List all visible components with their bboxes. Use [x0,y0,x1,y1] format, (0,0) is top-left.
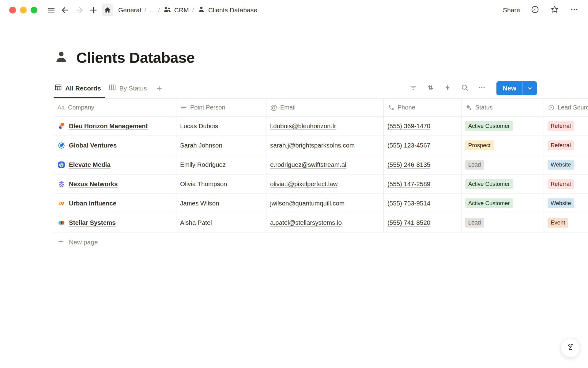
cell-point-person[interactable]: Aisha Patel [176,213,266,232]
cell-email[interactable]: e.rodriguez@swiftstream.ai [266,155,384,174]
search-button[interactable] [460,83,470,94]
cell-email[interactable]: a.patel@stellarsystems.io [266,213,384,232]
column-label: Phone [398,104,415,111]
column-header-point-person[interactable]: Point Person [176,99,266,116]
sidebar-menu-button[interactable] [45,4,57,16]
cell-point-person[interactable]: Sarah Johnson [176,136,266,155]
table-row[interactable]: Elevate Media Emily Rodriguez e.rodrigue… [54,155,588,174]
breadcrumb-item-general[interactable]: General [118,6,141,14]
cell-status[interactable]: Lead [462,213,544,232]
table-row[interactable]: Nexus Networks Olivia Thompson olivia.t@… [54,174,588,194]
status-badge: Prospect [465,140,494,150]
cell-email[interactable]: l.dubois@bleuhorizon.fr [266,117,384,136]
table-view-icon [54,83,62,93]
email-value: a.patel@stellarsystems.io [270,219,342,226]
new-page-row[interactable]: New page [54,232,588,252]
cell-point-person[interactable]: Emily Rodriguez [176,155,266,174]
point-person-value: James Wilson [180,200,219,207]
cell-status[interactable]: Lead [462,155,544,174]
cell-company[interactable]: Global Ventures [54,136,176,155]
table-row[interactable]: Bleu Horizon Management Lucas Dubois l.d… [54,117,588,136]
tab-by-status[interactable]: By Status [108,81,151,98]
new-record-dropdown-button[interactable] [522,81,537,95]
cell-status[interactable]: Active Customer [462,194,544,213]
sort-icon [426,83,435,93]
column-label: Email [280,104,296,111]
cell-email[interactable]: jwilson@quantumquill.com [266,194,384,213]
nav-forward-button[interactable] [74,4,85,16]
cell-company[interactable]: Bleu Horizon Management [54,117,176,136]
cell-point-person[interactable]: Olivia Thompson [176,174,266,194]
breadcrumb-item-crm[interactable]: CRM [163,5,189,15]
cell-lead-source[interactable]: Website [544,155,588,174]
cell-lead-source[interactable]: Event [544,213,588,232]
cell-status[interactable]: Active Customer [462,117,544,136]
zoom-button[interactable] [31,7,37,13]
minimize-button[interactable] [20,7,27,13]
page-title[interactable]: Clients Database [76,49,195,66]
cell-lead-source[interactable]: Website [544,194,588,213]
cell-phone[interactable]: (555) 741-8520 [384,213,462,232]
nav-back-button[interactable] [59,4,71,16]
table-row[interactable]: Stellar Systems Aisha Patel a.patel@stel… [54,213,588,232]
column-header-status[interactable]: Status [462,99,544,116]
cell-lead-source[interactable]: Referral [544,117,588,136]
cell-lead-source[interactable]: Referral [544,174,588,194]
cell-lead-source[interactable]: Referral [544,136,588,155]
point-person-value: Olivia Thompson [180,180,227,188]
select-property-icon [548,104,555,111]
new-page-label: New page [69,239,98,246]
board-view-icon [108,83,116,93]
column-header-phone[interactable]: Status Phone [384,99,462,116]
cell-point-person[interactable]: James Wilson [176,194,266,213]
cell-email[interactable]: olivia.t@pixelperfect.law [266,174,384,194]
text-property-icon [180,104,187,111]
column-header-lead-source[interactable]: Lead Source [544,99,588,116]
new-record-button[interactable]: New [496,81,522,95]
favorite-star-button[interactable] [550,5,559,15]
history-clock-button[interactable] [530,5,540,15]
column-label: Point Person [190,104,225,111]
notion-ai-face-button[interactable] [560,338,580,358]
cell-point-person[interactable]: Lucas Dubois [176,117,266,136]
cell-company[interactable]: Urban Influence [54,194,176,213]
column-header-email[interactable]: @ Email [266,99,384,116]
cell-phone[interactable]: (555) 753-9514 [384,194,462,213]
plus-icon [89,6,98,15]
share-button[interactable]: Share [503,6,520,14]
cell-phone[interactable]: (555) 147-2589 [384,174,462,194]
status-badge: Active Customer [465,121,513,131]
cell-status[interactable]: Active Customer [462,174,544,194]
cell-company[interactable]: Nexus Networks [54,174,176,194]
point-person-value: Lucas Dubois [180,122,218,130]
company-name: Elevate Media [69,161,111,168]
new-tab-button[interactable] [88,4,99,16]
automation-button[interactable] [443,83,453,94]
cell-phone[interactable]: (555) 246-8135 [384,155,462,174]
tab-label: By Status [119,85,147,92]
cell-status[interactable]: Prospect [462,136,544,155]
home-button[interactable] [102,4,113,16]
table-row[interactable]: Urban Influence James Wilson jwilson@qua… [54,194,588,213]
cell-company[interactable]: Stellar Systems [54,213,176,232]
more-options-button[interactable] [570,5,579,15]
add-view-button[interactable] [154,85,166,98]
filter-button[interactable] [408,83,419,94]
column-label: Status [475,104,493,111]
more-button[interactable] [477,83,487,94]
tab-all-records[interactable]: All Records [54,81,105,98]
cell-phone[interactable]: (555) 123-4567 [384,136,462,155]
breadcrumb-item-collapsed[interactable]: ... [149,6,155,14]
cell-company[interactable]: Elevate Media [54,155,176,174]
cell-email[interactable]: sarah.j@brightsparksolns.com [266,136,384,155]
tab-label: All Records [65,85,101,92]
close-button[interactable] [9,7,16,13]
column-header-company[interactable]: Aa Company [54,99,176,116]
cell-phone[interactable]: (555) 369-1470 [384,117,462,136]
star-icon [550,5,559,14]
breadcrumb-item-clients-database[interactable]: Clients Database [197,5,257,15]
table-row[interactable]: Global Ventures Sarah Johnson sarah.j@br… [54,136,588,155]
page-icon-person[interactable] [54,49,69,66]
sort-button[interactable] [425,83,436,94]
email-value: e.rodriguez@swiftstream.ai [270,161,346,168]
